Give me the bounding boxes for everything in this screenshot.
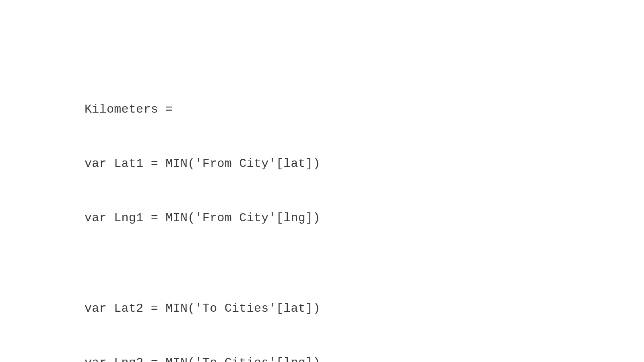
code-line: var Lat2 = MIN('To Cities'[lat]) [85,300,549,318]
code-line: var Lng1 = MIN('From City'[lng]) [85,209,549,227]
code-line: var Lat1 = MIN('From City'[lat]) [85,155,549,173]
code-block: Kilometers = var Lat1 = MIN('From City'[… [85,64,549,362]
code-line: Kilometers = [85,101,549,119]
code-line: var Lng2 = MIN('To Cities'[lng]) [85,354,549,362]
